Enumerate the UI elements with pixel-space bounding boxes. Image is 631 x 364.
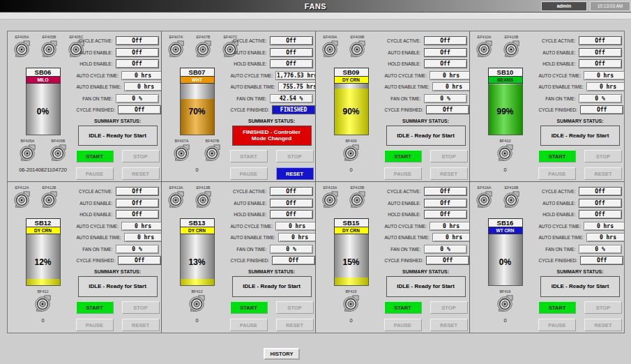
pause-button[interactable]: PAUSE xyxy=(384,167,422,180)
fan-icon xyxy=(195,190,213,208)
cycle-active-row: CYCLE ACTIVE: Off xyxy=(77,187,159,196)
reset-button[interactable]: RESET xyxy=(430,319,468,331)
auto-enable-value: Off xyxy=(579,48,622,57)
hold-enable-label: HOLD ENABLE: xyxy=(385,212,424,217)
start-button[interactable]: START xyxy=(384,150,422,162)
bottom-fans: BF410 xyxy=(496,139,515,162)
reset-button[interactable]: RESET xyxy=(276,319,314,331)
cycle-active-value: Off xyxy=(270,36,313,45)
reset-button[interactable]: RESET xyxy=(122,319,160,331)
start-button[interactable]: START xyxy=(230,150,268,162)
silo-tank: SB10 BEANS 99% xyxy=(488,68,523,135)
hold-enable-row: HOLD ENABLE: Off xyxy=(539,210,622,219)
auto-enable-value: Off xyxy=(116,48,159,57)
auto-cycle-time-value: 0 hrs xyxy=(429,222,470,231)
fan-on-time-value: 0 % xyxy=(116,245,159,254)
fan-unit: BF410 xyxy=(496,139,515,162)
silo-id: SB12 xyxy=(26,218,61,227)
bottom-fans: BF407ABF407B xyxy=(173,139,222,162)
fan-on-time-row: FAN ON TIME: 0 % xyxy=(539,94,622,103)
fan-unit: BF412 xyxy=(34,289,52,312)
cycle-active-label: CYCLE ACTIVE: xyxy=(77,189,116,194)
top-fans: EF416AEF416B xyxy=(476,185,521,212)
reset-button[interactable]: RESET xyxy=(276,167,314,180)
stop-button[interactable]: STOP xyxy=(584,150,622,162)
silo-tank: SB13 DY CRN 13% xyxy=(180,218,215,286)
silo-tank: SB16 WT CRN 0% xyxy=(488,218,523,286)
fan-on-time-value: 0 % xyxy=(116,94,159,103)
stop-button[interactable]: STOP xyxy=(122,301,160,314)
auto-enable-time-value: 0 hrs xyxy=(124,233,162,242)
hold-enable-value: Off xyxy=(579,59,622,68)
silo-level-gauge: 0% xyxy=(488,234,523,286)
summary-status-box: IDLE - Ready for Start xyxy=(540,126,620,146)
stop-button[interactable]: STOP xyxy=(584,301,622,314)
cycle-finished-label: CYCLE FINISHED: xyxy=(539,258,581,263)
cycle-active-row: CYCLE ACTIVE: Off xyxy=(539,187,622,196)
hold-enable-value: Off xyxy=(579,210,622,219)
hold-enable-row: HOLD ENABLE: Off xyxy=(77,210,159,219)
pause-button[interactable]: PAUSE xyxy=(230,167,268,180)
stop-button[interactable]: STOP xyxy=(276,150,314,162)
history-button[interactable]: HISTORY xyxy=(264,348,300,360)
stop-button[interactable]: STOP xyxy=(430,150,468,162)
start-button[interactable]: START xyxy=(538,301,576,314)
reset-button[interactable]: RESET xyxy=(122,167,160,180)
bottom-fans: BF409 xyxy=(342,139,360,162)
start-button[interactable]: START xyxy=(384,301,422,314)
fan-label: EF407B xyxy=(197,35,211,39)
fan-label: EF412B xyxy=(43,185,56,190)
fan-label: BF412 xyxy=(37,289,48,294)
stop-button[interactable]: STOP xyxy=(276,301,314,314)
fan-unit: EF416A xyxy=(476,185,494,212)
silo-product-label: MILO xyxy=(26,77,61,84)
cycle-finished-label: CYCLE FINISHED: xyxy=(231,107,273,112)
control-buttons: START STOP PAUSE RESET xyxy=(77,150,159,180)
auto-enable-time-value: 0 hrs xyxy=(586,82,624,91)
stop-button[interactable]: STOP xyxy=(122,150,160,162)
fan-icon xyxy=(173,144,191,162)
fan-icon xyxy=(40,40,59,58)
reset-button[interactable]: RESET xyxy=(584,167,622,180)
reset-button[interactable]: RESET xyxy=(430,167,468,180)
panel-footer-text: 0 xyxy=(195,317,198,324)
start-button[interactable]: START xyxy=(538,150,576,162)
cycle-finished-value: Off xyxy=(426,256,469,265)
start-button[interactable]: START xyxy=(230,301,268,314)
hold-enable-label: HOLD ENABLE: xyxy=(539,212,579,217)
admin-button[interactable]: admin xyxy=(541,1,587,11)
pause-button[interactable]: PAUSE xyxy=(538,167,576,180)
auto-enable-row: AUTO ENABLE: Off xyxy=(539,199,622,208)
fan-unit: EF407B xyxy=(195,35,213,61)
fan-unit: EF415A xyxy=(321,185,340,212)
auto-enable-value: Off xyxy=(270,199,313,208)
cycle-active-value: Off xyxy=(424,36,467,45)
pause-button[interactable]: PAUSE xyxy=(76,319,114,331)
start-button[interactable]: START xyxy=(76,301,114,314)
fan-label: EF405A xyxy=(15,35,29,39)
silo-level-gauge: 0% xyxy=(26,84,61,135)
fan-on-time-value: 0 % xyxy=(579,245,622,254)
pause-button[interactable]: PAUSE xyxy=(538,319,576,331)
title-bar: FANS admin 10:13:03 AM xyxy=(0,0,631,13)
silo-tank: SB06 MILO 0% xyxy=(26,68,61,135)
fan-icon xyxy=(40,190,59,208)
summary-status-label: SUMMARY STATUS: xyxy=(385,119,467,123)
pause-button[interactable]: PAUSE xyxy=(384,319,422,331)
hold-enable-label: HOLD ENABLE: xyxy=(77,61,116,66)
fan-unit: EF412A xyxy=(13,185,31,212)
reset-button[interactable]: RESET xyxy=(584,319,622,331)
pause-button[interactable]: PAUSE xyxy=(76,167,114,180)
cycle-finished-label: CYCLE FINISHED: xyxy=(385,107,427,112)
start-button[interactable]: START xyxy=(76,150,114,162)
pause-button[interactable]: PAUSE xyxy=(230,319,268,331)
status-column: CYCLE ACTIVE: Off AUTO ENABLE: Off HOLD … xyxy=(231,184,313,331)
cycle-finished-label: CYCLE FINISHED: xyxy=(385,258,427,263)
stop-button[interactable]: STOP xyxy=(430,301,468,314)
fan-panel: EF412AEF412B SB12 DY CRN 12% BF412 0 CYC… xyxy=(8,182,162,333)
auto-cycle-time-value: 0 hrs xyxy=(121,222,162,231)
fan-on-time-value: 0 % xyxy=(579,94,622,103)
hold-enable-label: HOLD ENABLE: xyxy=(231,212,270,217)
cycle-active-value: Off xyxy=(116,187,159,196)
summary-status-box: IDLE - Ready for Start xyxy=(386,126,466,146)
